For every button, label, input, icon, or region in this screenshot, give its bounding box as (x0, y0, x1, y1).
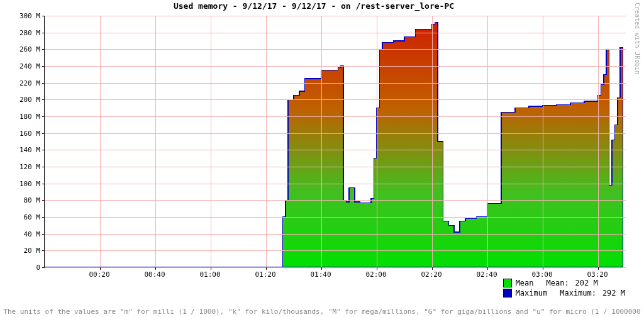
y-tick: 300 M (3, 12, 40, 20)
x-tick: 02:40 (476, 270, 497, 279)
x-tick: 03:00 (531, 270, 552, 279)
legend: Mean Mean: 202 M Maximum Maximum: 292 M (503, 278, 625, 298)
legend-label-max: Maximum: (560, 289, 596, 298)
x-tick: 01:00 (199, 270, 220, 279)
legend-row-max: Maximum Maximum: 292 M (503, 288, 625, 298)
legend-value-mean: 202 M (573, 279, 598, 287)
plot-area (44, 16, 626, 268)
y-tick: 100 M (3, 179, 40, 187)
watermark: Created with JRobin (630, 0, 644, 317)
y-tick: 120 M (3, 163, 40, 171)
y-tick: 220 M (3, 79, 40, 87)
legend-name-mean: Mean (516, 279, 534, 287)
x-tick: 00:20 (89, 270, 109, 279)
y-tick: 240 M (3, 62, 40, 70)
y-tick: 260 M (3, 45, 40, 53)
y-tick: 140 M (3, 146, 40, 154)
x-tick: 01:40 (310, 270, 331, 279)
footer-note: The units of the values are "m" for mill… (0, 308, 644, 316)
y-tick: 180 M (3, 113, 40, 121)
y-tick: 40 M (3, 230, 40, 238)
legend-value-max: 292 M (600, 289, 625, 298)
x-tick: 00:40 (144, 270, 165, 279)
chart-title: Used memory - 9/12/17 - 9/12/17 - on /re… (0, 1, 628, 11)
legend-swatch-mean (503, 279, 512, 287)
x-tick: 02:20 (421, 270, 441, 279)
y-tick: 20 M (3, 247, 40, 255)
chart-svg (45, 16, 626, 267)
watermark-text: Created with JRobin (634, 0, 641, 74)
legend-name-max: Maximum (516, 289, 548, 298)
y-tick: 60 M (3, 213, 40, 221)
legend-row-mean: Mean Mean: 202 M (503, 278, 625, 288)
x-tick: 02:00 (365, 270, 386, 279)
x-tick: 03:20 (587, 270, 608, 279)
area-fill (45, 23, 623, 267)
y-tick: 160 M (3, 129, 40, 137)
legend-swatch-max (503, 289, 512, 298)
y-tick: 80 M (3, 196, 40, 204)
legend-label-mean: Mean: (547, 279, 569, 287)
y-tick: 200 M (3, 96, 40, 104)
y-tick: 280 M (3, 28, 40, 36)
x-tick: 01:20 (255, 270, 275, 279)
y-tick: 0 (3, 264, 40, 272)
